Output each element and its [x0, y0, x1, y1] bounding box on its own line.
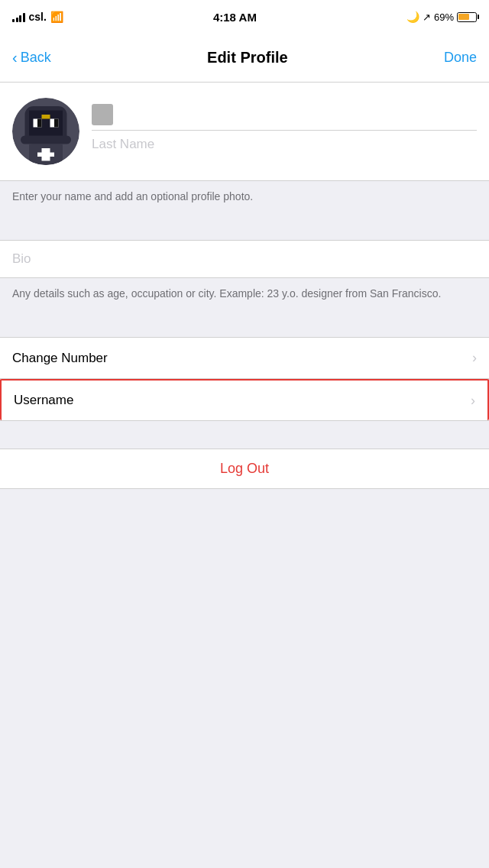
- first-name-row: [92, 98, 477, 131]
- status-time: 4:18 AM: [213, 11, 257, 24]
- status-right: 🌙 ↗ 69%: [406, 11, 477, 23]
- change-number-label: Change Number: [12, 351, 108, 366]
- settings-section: Change Number › Username ›: [0, 337, 489, 421]
- avatar-image: [12, 98, 79, 165]
- logout-section: Log Out: [0, 449, 489, 489]
- page-title: Edit Profile: [207, 49, 288, 66]
- svg-rect-11: [42, 115, 50, 119]
- wifi-icon: 📶: [50, 11, 63, 23]
- last-name-placeholder: Last Name: [92, 137, 154, 152]
- signal-icon: [12, 11, 25, 22]
- bottom-space: [0, 489, 489, 550]
- change-number-chevron-icon: ›: [472, 350, 477, 366]
- change-number-right: ›: [472, 350, 477, 366]
- bio-section: Bio: [0, 240, 489, 278]
- first-name-icon: [92, 104, 113, 125]
- svg-rect-7: [21, 136, 71, 144]
- profile-section: Last Name: [0, 83, 489, 181]
- done-button[interactable]: Done: [444, 50, 477, 66]
- bio-field[interactable]: Bio: [0, 241, 489, 277]
- status-bar: csl. 📶 4:18 AM 🌙 ↗ 69%: [0, 0, 489, 34]
- back-button[interactable]: ‹ Back: [12, 49, 51, 66]
- username-label: Username: [14, 393, 73, 408]
- status-left: csl. 📶: [12, 11, 63, 23]
- location-icon: ↗: [423, 11, 431, 23]
- profile-hint: Enter your name and add an optional prof…: [0, 181, 489, 212]
- last-name-row[interactable]: Last Name: [92, 131, 477, 157]
- moon-icon: 🌙: [406, 11, 419, 23]
- bio-hint: Any details such as age, occupation or c…: [0, 278, 489, 309]
- name-fields: Last Name: [92, 98, 477, 157]
- bio-gap: [0, 212, 489, 240]
- logout-button[interactable]: Log Out: [0, 449, 489, 488]
- username-row[interactable]: Username ›: [0, 379, 489, 420]
- svg-rect-5: [37, 119, 42, 128]
- username-chevron-icon: ›: [471, 393, 475, 409]
- battery-pct: 69%: [434, 11, 454, 23]
- svg-rect-6: [54, 119, 59, 128]
- back-label: Back: [21, 50, 51, 66]
- avatar[interactable]: [12, 98, 79, 165]
- username-right: ›: [471, 393, 475, 409]
- nav-bar: ‹ Back Edit Profile Done: [0, 34, 489, 83]
- change-number-row[interactable]: Change Number ›: [0, 338, 489, 379]
- battery-icon: [457, 12, 477, 22]
- back-chevron-icon: ‹: [12, 49, 18, 66]
- carrier-label: csl.: [29, 11, 47, 23]
- svg-rect-10: [37, 153, 54, 157]
